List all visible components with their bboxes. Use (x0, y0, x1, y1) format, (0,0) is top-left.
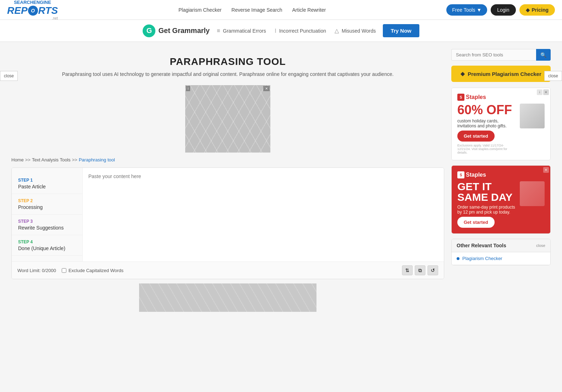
logo-icon: O (28, 6, 38, 16)
staples-fine-print: Exclusions apply. Valid 11/17/24-12/21/2… (457, 144, 516, 154)
other-tool-item-plagiarism[interactable]: Plagiarism Checker (452, 252, 550, 265)
page-title-section: PARAPHRASING TOOL Paraphrasing tool uses… (11, 49, 444, 82)
search-box: 🔍 (451, 49, 551, 61)
logo-rts: RTS (38, 5, 58, 16)
free-tools-button[interactable]: Free Tools ▼ (446, 4, 487, 16)
grammarly-feature-misused: △ Misused Words (335, 27, 376, 34)
logo-search: SEARCH (14, 0, 33, 5)
nav-reverse-image[interactable]: Reverse Image Search (231, 7, 282, 13)
pricing-button[interactable]: Pricing (519, 4, 555, 16)
action-arrows-button[interactable]: ⇅ (402, 265, 413, 275)
tool-footer: Word Limit: 0/2000 Exclude Capitalized W… (12, 261, 444, 279)
step-2-item: STEP 2 Processing (12, 194, 82, 215)
staples-ad2-headline: GET IT SAME DAY (457, 181, 516, 203)
nav-right: Free Tools ▼ Login Pricing (446, 4, 555, 16)
step-2-label: STEP 2 (18, 198, 76, 203)
ad-banner-top: ✕ i (185, 85, 270, 153)
staples-off-text: 60% OFF (457, 104, 516, 116)
breadcrumb-home[interactable]: Home (11, 157, 24, 162)
step-2-name: Processing (18, 204, 76, 210)
action-clear-button[interactable]: ↺ (428, 265, 438, 275)
staples-logo-text-1: Staples (466, 94, 486, 100)
staples-ad-2: ✕ S Staples GET IT SAME DAY Order same-d… (452, 166, 550, 233)
other-tool-plagiarism-link[interactable]: Plagiarism Checker (462, 256, 502, 261)
diamond-premium-icon: ◆ (461, 71, 465, 77)
step-3-name: Rewrite Suggestions (18, 225, 76, 231)
ad-close-button[interactable]: ✕ (263, 86, 270, 91)
staples-logo-icon: S (457, 94, 464, 101)
word-limit: Word Limit: 0/2000 (17, 268, 56, 273)
chevron-down-icon: ▼ (476, 7, 481, 13)
staples-ad2-image (520, 181, 545, 206)
action-copy-button[interactable]: ⧉ (415, 265, 425, 275)
staples-ad2-content: GET IT SAME DAY Order same-day print pro… (457, 181, 545, 228)
logo-rep: REP (7, 5, 28, 16)
logo-net: .net (52, 16, 58, 20)
staples-logo-2: S Staples (457, 171, 545, 178)
grammarly-features: ≡ Grammatical Errors ⁞ Incorrect Punctua… (217, 27, 376, 34)
page-title: PARAPHRASING TOOL (11, 56, 444, 67)
step-4-name: Done (Unique Article) (18, 245, 76, 251)
step-1-name: Paste Article (18, 184, 76, 189)
tool-card: STEP 1 Paste Article STEP 2 Processing S… (11, 167, 444, 279)
grammarly-g-icon: G (143, 24, 155, 37)
ad2-close-button[interactable]: ✕ (543, 167, 549, 173)
punct-icon: ⁞ (275, 27, 276, 34)
premium-plagiarism-button[interactable]: ◆ Premium Plagiarism Checker (451, 66, 551, 82)
step-3-item: STEP 3 Rewrite Suggestions (12, 215, 82, 235)
diamond-icon (526, 7, 530, 13)
tool-dot-icon (457, 257, 459, 260)
nav-article-rewriter[interactable]: Article Rewriter (292, 7, 326, 13)
breadcrumb-sep2: >> (72, 157, 77, 162)
logo[interactable]: SEARCH ENGINE REP O RTS .net (7, 0, 58, 20)
staples-ad2-desc: Order same-day print products by 12 pm a… (457, 205, 516, 215)
ad-info-button[interactable]: i (186, 86, 190, 91)
nav-links: Plagiarism Checker Reverse Image Search … (178, 7, 326, 13)
try-now-button[interactable]: Try Now (383, 24, 419, 37)
step-3-label: STEP 3 (18, 219, 76, 224)
content-textarea[interactable] (83, 168, 444, 260)
tool-body: STEP 1 Paste Article STEP 2 Processing S… (12, 168, 444, 261)
grammarly-logo: G Get Grammarly (143, 24, 210, 37)
other-tools-header: Other Relevant Tools close (452, 239, 550, 252)
staples-ad1-btn[interactable]: Get started (457, 131, 495, 142)
main-container: PARAPHRASING TOOL Paraphrasing tool uses… (4, 42, 558, 320)
other-tools-title: Other Relevant Tools (457, 243, 506, 248)
grammarly-banner: G Get Grammarly ≡ Grammatical Errors ⁞ I… (0, 20, 562, 42)
staples-ad1-content: 60% OFF custom holiday cards, invitation… (457, 104, 545, 154)
staples-ad-1: ✕ i S Staples 60% OFF custom holiday car… (452, 88, 550, 160)
staples-ad1-image (520, 104, 545, 128)
breadcrumb-current[interactable]: Paraphrasing tool (79, 157, 115, 162)
breadcrumb: Home >> Text Analysis Tools >> Paraphras… (11, 157, 444, 162)
other-tools-card: Other Relevant Tools close Plagiarism Ch… (451, 239, 551, 265)
staples-ad-2-card: ✕ S Staples GET IT SAME DAY Order same-d… (451, 165, 551, 234)
nav-plagiarism[interactable]: Plagiarism Checker (178, 7, 221, 13)
content-area: PARAPHRASING TOOL Paraphrasing tool uses… (11, 49, 444, 313)
step-1-item: STEP 1 Paste Article (12, 173, 82, 194)
logo-engine: ENGINE (33, 0, 51, 5)
step-4-label: STEP 4 (18, 239, 76, 244)
ad1-info-icon: i (537, 89, 542, 95)
close-left-button[interactable]: close (0, 71, 18, 81)
close-right-button[interactable]: close (544, 71, 562, 81)
ad-banner-bottom (139, 283, 316, 312)
other-tools-close[interactable]: close (536, 243, 545, 248)
search-input[interactable] (451, 49, 536, 61)
exclude-cap-checkbox[interactable] (62, 268, 66, 273)
staples-logo-icon-2: S (457, 171, 464, 178)
staples-ad-1-card: ✕ i S Staples 60% OFF custom holiday car… (451, 88, 551, 160)
grammarly-get-label: Get Grammarly (158, 27, 210, 35)
staples-logo-1: S Staples (457, 94, 545, 101)
search-button[interactable]: 🔍 (536, 49, 551, 61)
steps-panel: STEP 1 Paste Article STEP 2 Processing S… (12, 168, 83, 261)
search-icon: 🔍 (540, 52, 546, 58)
breadcrumb-text-analysis[interactable]: Text Analysis Tools (32, 157, 71, 162)
step-4-item: STEP 4 Done (Unique Article) (12, 235, 82, 256)
breadcrumb-sep1: >> (25, 157, 31, 162)
login-button[interactable]: Login (491, 4, 516, 16)
ad1-close-button[interactable]: ✕ (543, 89, 549, 95)
staples-ad2-btn[interactable]: Get started (457, 217, 495, 228)
grammarly-feature-grammatical: ≡ Grammatical Errors (217, 28, 266, 34)
staples-ad1-desc: custom holiday cards, invitations and ph… (457, 118, 516, 128)
action-icons: ⇅ ⧉ ↺ (402, 265, 438, 275)
